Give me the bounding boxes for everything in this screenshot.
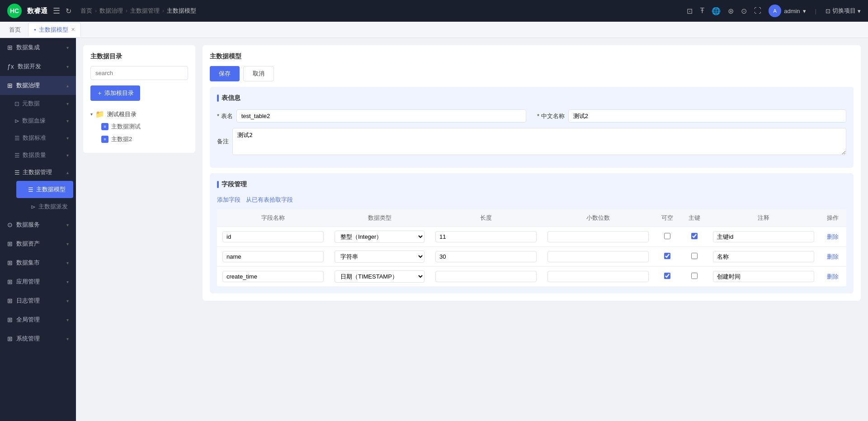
tree-child-item-2[interactable]: ≡ 主数据2 (101, 133, 188, 146)
form-row-1: * 表名 * 中文名称 (217, 109, 846, 123)
data-assets-icon: ⊞ (7, 240, 13, 247)
field-name-input[interactable] (222, 231, 324, 242)
nullable-checkbox[interactable] (664, 233, 670, 239)
cell-length (430, 227, 542, 247)
sidebar-item-data-quality[interactable]: ☰ 数据质量 ▾ (0, 147, 76, 164)
chevron-down-icon: ▾ (66, 317, 69, 322)
fullscreen-icon[interactable]: ⛶ (754, 7, 761, 15)
search-input[interactable] (90, 66, 188, 80)
col-data-type: 数据类型 (329, 209, 430, 227)
sidebar-item-app-mgmt[interactable]: ⊞ 应用管理 ▾ (0, 272, 76, 291)
nullable-checkbox[interactable] (664, 253, 670, 259)
main-layout: ⊞ 数据集成 ▾ ƒx 数据开发 ▾ ⊞ 数据治理 ▴ ⊡ 元数据 ▾ ⊳ (0, 38, 868, 421)
pick-field-link[interactable]: 从已有表拾取字段 (246, 196, 293, 204)
length-input[interactable] (435, 251, 537, 262)
decimal-input[interactable] (547, 251, 649, 262)
table-name-input[interactable] (236, 109, 526, 123)
remark-textarea[interactable]: 测试2 (232, 128, 846, 155)
delete-button[interactable]: 删除 (827, 273, 839, 280)
sidebar-item-system-mgmt[interactable]: ⊞ 系统管理 ▾ (0, 329, 76, 348)
comment-input[interactable] (713, 231, 814, 242)
tab-master-model[interactable]: ● 主数据模型 ✕ (28, 23, 81, 37)
switch-project-btn[interactable]: ⊡ 切换项目 ▾ (826, 7, 861, 15)
app-logo: HC (7, 4, 22, 18)
hamburger-icon[interactable]: ☰ (53, 6, 60, 16)
tree-child-item-1[interactable]: ≡ 主数据测试 (101, 120, 188, 133)
col-action: 操作 (820, 209, 846, 227)
sidebar-item-global-mgmt[interactable]: ⊞ 全局管理 ▾ (0, 310, 76, 329)
table-name-field: * 表名 (217, 109, 526, 123)
sidebar-label-data-governance: 数据治理 (16, 81, 40, 90)
primary-key-checkbox[interactable] (691, 273, 698, 279)
add-field-link[interactable]: 添加字段 (217, 196, 241, 204)
switch-project-label: 切换项目 (832, 7, 856, 15)
field-name-input[interactable] (222, 251, 324, 262)
sidebar-item-data-lineage[interactable]: ⊳ 数据血缘 ▾ (0, 112, 76, 129)
decimal-input[interactable] (547, 271, 649, 282)
section-accent (217, 95, 219, 102)
user-menu[interactable]: A admin ▾ (769, 5, 806, 17)
data-type-select[interactable]: 整型（Integer） 字符串 日期（TIMESTAMP） (335, 270, 425, 283)
breadcrumb-master-mgmt[interactable]: 主数据管理 (130, 7, 160, 15)
avatar: A (769, 5, 781, 17)
sidebar-item-log-mgmt[interactable]: ⊞ 日志管理 ▾ (0, 291, 76, 310)
meta-data-icon: ⊡ (14, 100, 19, 107)
globe-icon[interactable]: 🌐 (712, 7, 721, 15)
cell-field-name (217, 267, 329, 287)
data-type-select[interactable]: 整型（Integer） 字符串 日期（TIMESTAMP） (335, 251, 425, 263)
field-table: 字段名称 数据类型 长度 小数位数 可空 主键 注释 操作 (217, 209, 846, 286)
cell-decimal (542, 227, 654, 247)
comment-input[interactable] (713, 251, 814, 262)
sidebar-item-data-market[interactable]: ⊞ 数据集市 ▾ (0, 253, 76, 272)
primary-key-checkbox[interactable] (691, 233, 698, 239)
breadcrumb-home[interactable]: 首页 (80, 7, 92, 15)
delete-button[interactable]: 删除 (827, 253, 839, 260)
sidebar-item-data-service[interactable]: ⊙ 数据服务 ▾ (0, 215, 76, 234)
sidebar-item-data-governance[interactable]: ⊞ 数据治理 ▴ (0, 76, 76, 95)
data-type-select[interactable]: 整型（Integer） 字符串 日期（TIMESTAMP） (335, 231, 425, 243)
field-mgmt-title: 字段管理 (222, 180, 247, 189)
sidebar-item-master-data-publish[interactable]: ⊳ 主数据派发 (16, 198, 76, 215)
refresh-icon[interactable]: ↻ (66, 7, 71, 15)
sidebar-item-data-standard[interactable]: ☰ 数据标准 ▾ (0, 129, 76, 147)
remark-field: 备注 测试2 (217, 128, 846, 155)
table-info-title: 表信息 (222, 94, 241, 102)
add-root-button[interactable]: ＋ 添加根目录 (90, 85, 140, 101)
cancel-button[interactable]: 取消 (243, 66, 274, 81)
sidebar-item-master-data-mgmt[interactable]: ☰ 主数据管理 ▴ (0, 164, 76, 181)
length-input[interactable] (435, 231, 537, 242)
sidebar-label-data-dev: 数据开发 (18, 62, 41, 71)
save-button[interactable]: 保存 (210, 66, 240, 81)
chinese-name-input[interactable] (568, 109, 846, 123)
layout-icon[interactable]: ⊡ (687, 7, 693, 15)
history-icon[interactable]: ⊙ (741, 7, 747, 15)
sidebar-item-master-data-model[interactable]: ☰ 主数据模型 (16, 181, 73, 198)
data-integration-icon: ⊞ (7, 44, 13, 51)
length-input[interactable] (435, 271, 537, 282)
github-icon[interactable]: ⊛ (728, 7, 734, 15)
col-field-name: 字段名称 (217, 209, 329, 227)
sidebar-label-master-data-mgmt: 主数据管理 (23, 168, 52, 176)
tab-close-icon[interactable]: ✕ (71, 27, 75, 33)
left-panel: 主数据目录 ＋ 添加根目录 ▾ 📁 测试根目录 ≡ 主数据测试 ≡ 主数据2 (83, 45, 195, 153)
tree-root-item[interactable]: ▾ 📁 测试根目录 (90, 108, 188, 120)
primary-key-checkbox[interactable] (691, 253, 698, 259)
nullable-checkbox[interactable] (664, 273, 670, 279)
comment-input[interactable] (713, 271, 814, 282)
delete-button[interactable]: 删除 (827, 233, 839, 240)
cell-primary-key (681, 267, 708, 287)
user-chevron-icon: ▾ (803, 8, 806, 14)
sidebar-item-meta-data[interactable]: ⊡ 元数据 ▾ (0, 95, 76, 112)
decimal-input[interactable] (547, 231, 649, 242)
sidebar-item-data-dev[interactable]: ƒx 数据开发 ▾ (0, 57, 76, 76)
tab-home[interactable]: 首页 (4, 23, 26, 37)
log-mgmt-icon: ⊞ (7, 297, 13, 304)
sidebar-item-data-assets[interactable]: ⊞ 数据资产 ▾ (0, 234, 76, 253)
breadcrumb-governance[interactable]: 数据治理 (99, 7, 123, 15)
master-data-model-icon: ☰ (28, 186, 33, 193)
sidebar-item-data-integration[interactable]: ⊞ 数据集成 ▾ (0, 38, 76, 57)
field-name-input[interactable] (222, 271, 324, 282)
master-node-icon-1: ≡ (101, 123, 108, 130)
font-icon[interactable]: Ŧ (700, 7, 704, 15)
cell-nullable (654, 267, 681, 287)
